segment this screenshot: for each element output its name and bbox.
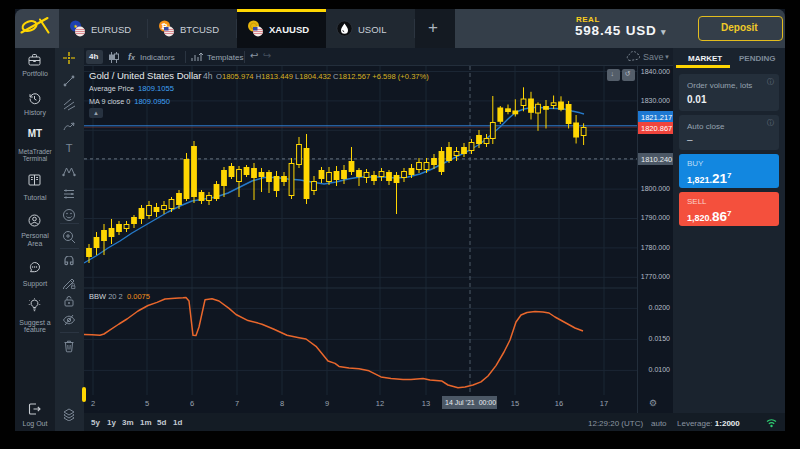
svg-text:T: T <box>66 142 73 154</box>
